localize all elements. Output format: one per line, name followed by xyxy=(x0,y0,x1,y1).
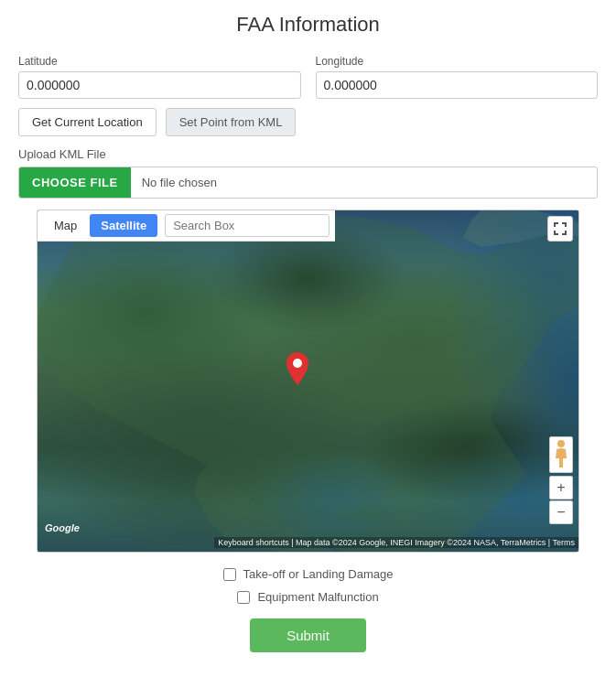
equipment-malfunction-label: Equipment Malfunction xyxy=(257,590,378,604)
zoom-in-button[interactable]: + xyxy=(549,476,573,500)
svg-point-0 xyxy=(293,359,302,368)
longitude-label: Longitude xyxy=(316,55,599,68)
attribution-text: Keyboard shortcuts | Map data ©2024 Goog… xyxy=(218,538,575,547)
map-search-input[interactable] xyxy=(165,214,330,237)
equipment-malfunction-checkbox[interactable] xyxy=(237,591,250,604)
takeoff-damage-label: Take-off or Landing Damage xyxy=(243,567,394,581)
upload-row: CHOOSE FILE No file chosen xyxy=(18,167,598,199)
map-attribution: Keyboard shortcuts | Map data ©2024 Goog… xyxy=(214,537,578,548)
submit-section: Submit xyxy=(0,604,616,661)
set-kml-button[interactable]: Set Point from KML xyxy=(166,108,297,136)
map-tab-satellite[interactable]: Satellite xyxy=(90,214,157,237)
latitude-label: Latitude xyxy=(18,55,301,68)
fullscreen-icon xyxy=(554,222,567,235)
choose-file-button[interactable]: CHOOSE FILE xyxy=(19,167,131,198)
longitude-input[interactable] xyxy=(316,71,599,99)
latitude-group: Latitude xyxy=(18,55,301,99)
no-file-text: No file chosen xyxy=(131,176,597,189)
coords-row: Latitude Longitude xyxy=(18,55,598,99)
takeoff-damage-checkbox[interactable] xyxy=(223,568,236,581)
map-toolbar: Map Satellite xyxy=(38,210,335,242)
submit-button[interactable]: Submit xyxy=(250,618,366,652)
latitude-input[interactable] xyxy=(18,71,301,99)
checkboxes-section: Take-off or Landing Damage Equipment Mal… xyxy=(0,553,616,604)
checkbox-row-2: Equipment Malfunction xyxy=(237,590,378,604)
map-container: Map Satellite + − xyxy=(37,210,579,553)
checkbox-row-1: Take-off or Landing Damage xyxy=(223,567,394,581)
location-buttons-row: Get Current Location Set Point from KML xyxy=(18,108,598,136)
zoom-out-button[interactable]: − xyxy=(549,500,573,524)
map-zoom-controls: + − xyxy=(549,476,573,524)
pegman-icon xyxy=(554,440,568,469)
google-logo: Google xyxy=(45,522,80,533)
map-pin xyxy=(286,352,308,382)
svg-point-1 xyxy=(557,440,565,447)
page-container: FAA Information Latitude Longitude Get C… xyxy=(0,0,616,688)
form-section: Latitude Longitude Get Current Location … xyxy=(0,46,616,553)
page-title: FAA Information xyxy=(0,0,616,46)
street-view-button[interactable] xyxy=(549,436,573,473)
get-location-button[interactable]: Get Current Location xyxy=(18,108,157,136)
longitude-group: Longitude xyxy=(316,55,599,99)
upload-label: Upload KML File xyxy=(18,147,598,161)
fullscreen-button[interactable] xyxy=(547,216,573,242)
map-tab-map[interactable]: Map xyxy=(43,214,88,237)
